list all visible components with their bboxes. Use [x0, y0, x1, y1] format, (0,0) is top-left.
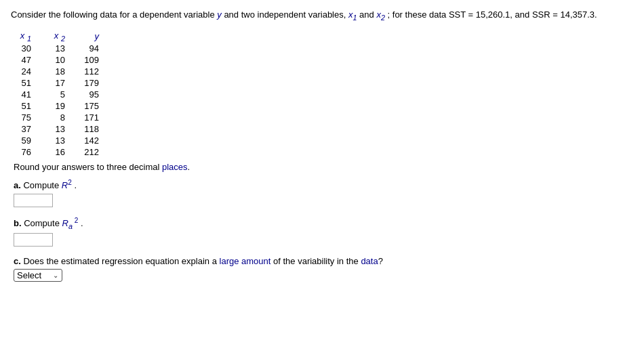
select-input[interactable]: Select Yes No — [17, 270, 52, 280]
question-a-label: a. Compute R2 . — [14, 179, 633, 190]
col-header-x2: x 2 — [47, 30, 81, 43]
question-b-label: b. Compute Ra 2 . — [14, 217, 633, 230]
table-row: 41595 — [14, 89, 115, 100]
table-row: 3713118 — [14, 123, 115, 135]
table-row: 758171 — [14, 112, 115, 123]
col-header-x1: x 1 — [14, 30, 47, 43]
question-b-block: b. Compute Ra 2 . — [14, 217, 633, 247]
data-table: x 1 x 2 y 301394 4710109 2418112 5117179… — [14, 30, 115, 158]
chevron-down-icon: ⌄ — [53, 272, 58, 279]
col-header-y: y — [81, 30, 115, 43]
table-row: 5913142 — [14, 135, 115, 146]
question-c-label: c. Does the estimated regression equatio… — [14, 256, 633, 266]
intro-paragraph: Consider the following data for a depend… — [11, 8, 633, 23]
question-a-block: a. Compute R2 . — [14, 179, 633, 207]
table-row: 5117179 — [14, 77, 115, 89]
round-note: Round your answers to three decimal plac… — [14, 162, 633, 172]
table-row: 7616212 — [14, 146, 115, 158]
question-c-block: c. Does the estimated regression equatio… — [14, 256, 633, 282]
answer-b-input[interactable] — [14, 233, 53, 247]
select-wrapper[interactable]: Select Yes No ⌄ — [14, 269, 62, 282]
table-row: 2418112 — [14, 66, 115, 77]
answer-a-input[interactable] — [14, 194, 53, 207]
table-row: 4710109 — [14, 54, 115, 66]
table-row: 301394 — [14, 43, 115, 54]
table-row: 5119175 — [14, 100, 115, 112]
